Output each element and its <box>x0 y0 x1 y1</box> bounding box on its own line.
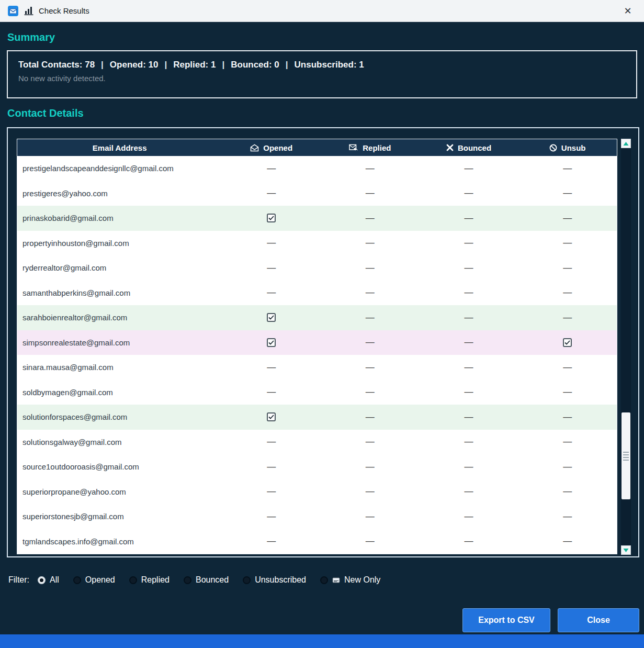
table-body: prestigelandscapeanddesignllc@gmail.com—… <box>17 156 617 554</box>
column-header-label: Bounced <box>458 143 491 152</box>
radio-icon[interactable] <box>73 576 81 584</box>
contact-table: Email AddressOpenedRepliedBouncedUnsub p… <box>7 127 639 557</box>
radio-selected-icon[interactable] <box>38 576 46 584</box>
unsub-cell: — <box>518 281 617 306</box>
empty-dash: — <box>465 188 473 198</box>
table-scrollbar[interactable] <box>621 139 631 555</box>
table-row[interactable]: prestigelandscapeanddesignllc@gmail.com—… <box>17 156 617 181</box>
table-row[interactable]: soldbymagen@gmail.com———— <box>17 380 617 405</box>
table-row[interactable]: simpsonrealestate@gmail.com—— <box>17 330 617 355</box>
unsub-cell: — <box>518 156 617 181</box>
table-row[interactable]: tgmlandscapes.info@gmail.com———— <box>17 529 617 554</box>
opened-cell: — <box>222 156 321 181</box>
table-row[interactable]: samanthabperkins@gmail.com———— <box>17 281 617 306</box>
table-row[interactable]: superiorpropane@yahoo.com———— <box>17 479 617 505</box>
empty-dash: — <box>563 486 572 497</box>
email-cell: simpsonrealestate@gmail.com <box>17 330 222 355</box>
radio-icon[interactable] <box>184 576 191 584</box>
filter-option-label: Replied <box>141 575 170 585</box>
email-cell: prestigeres@yahoo.com <box>17 181 222 206</box>
empty-dash: — <box>563 536 572 546</box>
empty-dash: — <box>267 486 276 497</box>
unsub-cell: — <box>518 454 617 479</box>
empty-dash: — <box>366 287 375 298</box>
filter-option-unsubscribed[interactable]: Unsubscribed <box>243 575 306 585</box>
table-row[interactable]: sarahboienrealtor@gmail.com——— <box>17 305 617 330</box>
scrollbar-track[interactable] <box>621 148 631 545</box>
opened-cell: — <box>222 454 321 479</box>
export-csv-button[interactable]: Export to CSV <box>462 608 550 632</box>
replied-cell: — <box>321 231 420 256</box>
empty-dash: — <box>465 437 473 447</box>
summary-stats: Total Contacts: 78|Opened: 10|Replied: 1… <box>18 60 626 70</box>
empty-dash: — <box>267 287 276 298</box>
empty-dash: — <box>267 238 276 248</box>
scroll-down-button[interactable] <box>621 545 631 555</box>
bounced-icon <box>446 144 454 151</box>
filter-option-label: Unsubscribed <box>255 575 306 585</box>
filter-option-bounced[interactable]: Bounced <box>184 575 229 585</box>
replied-cell: — <box>321 355 420 380</box>
radio-icon[interactable] <box>129 576 137 584</box>
empty-dash: — <box>465 337 473 348</box>
replied-cell: — <box>321 156 420 181</box>
empty-dash: — <box>563 213 572 224</box>
empty-dash: — <box>267 188 276 198</box>
radio-icon[interactable] <box>320 576 328 584</box>
empty-dash: — <box>465 163 473 174</box>
filter-option-replied[interactable]: Replied <box>129 575 170 585</box>
opened-checkbox[interactable] <box>267 313 276 322</box>
column-header-email-address: Email Address <box>17 139 222 156</box>
opened-checkbox[interactable] <box>267 214 276 222</box>
opened-checkbox[interactable] <box>267 338 276 347</box>
table-row[interactable]: prestigeres@yahoo.com———— <box>17 181 617 206</box>
close-button[interactable]: Close <box>558 608 639 632</box>
empty-dash: — <box>465 536 473 546</box>
replied-cell: — <box>321 430 420 455</box>
empty-dash: — <box>465 486 473 497</box>
empty-dash: — <box>465 511 473 522</box>
unsub-checkbox[interactable] <box>563 338 572 347</box>
filter-option-opened[interactable]: Opened <box>73 575 115 585</box>
table-row[interactable]: propertyinhouston@gmail.com———— <box>17 231 617 256</box>
unsub-cell: — <box>518 231 617 256</box>
table-row[interactable]: ryderrealtor@gmail.com———— <box>17 255 617 281</box>
unsub-cell: — <box>518 206 617 231</box>
email-cell: sarahboienrealtor@gmail.com <box>17 305 222 330</box>
bounced-cell: — <box>420 504 518 529</box>
unsub-cell: — <box>518 430 617 455</box>
column-header-label: Email Address <box>93 143 147 152</box>
bounced-cell: — <box>420 181 518 206</box>
table-row[interactable]: source1outdooroasis@gmail.com———— <box>17 454 617 479</box>
unsub-icon <box>549 144 557 152</box>
column-header-opened: Opened <box>222 139 321 156</box>
email-app-icon <box>7 5 19 17</box>
empty-dash: — <box>267 511 276 522</box>
scroll-up-button[interactable] <box>621 139 631 148</box>
email-cell: prestigelandscapeanddesignllc@gmail.com <box>17 156 222 181</box>
filter-option-new-only[interactable]: New Only <box>320 575 380 585</box>
replied-cell: — <box>321 504 420 529</box>
table-row[interactable]: solutionsgalway@gmail.com———— <box>17 430 617 455</box>
thumb-grip-icon <box>623 452 629 461</box>
titlebar[interactable]: Check Results ✕ <box>0 0 644 22</box>
table-row[interactable]: sinara.mausa@gmail.com———— <box>17 355 617 380</box>
radio-icon[interactable] <box>243 576 251 584</box>
opened-checkbox[interactable] <box>267 412 276 421</box>
table-row[interactable]: superiorstonesjb@gmail.com———— <box>17 504 617 529</box>
unsub-cell: — <box>518 305 617 330</box>
filter-option-all[interactable]: All <box>38 575 59 585</box>
contact-details-heading: Contact Details <box>7 107 84 119</box>
empty-dash: — <box>563 437 572 447</box>
table-row[interactable]: solutionforspaces@gmail.com——— <box>17 405 617 430</box>
window-close-button[interactable]: ✕ <box>619 2 637 20</box>
opened-cell <box>222 330 321 355</box>
table-row[interactable]: prinaskobarid@gmail.com——— <box>17 206 617 231</box>
opened-cell: — <box>222 255 321 281</box>
empty-dash: — <box>465 287 473 298</box>
unsub-cell: — <box>518 380 617 405</box>
empty-dash: — <box>563 188 572 198</box>
empty-dash: — <box>366 312 375 323</box>
scrollbar-thumb[interactable] <box>622 412 630 499</box>
empty-dash: — <box>465 412 473 422</box>
